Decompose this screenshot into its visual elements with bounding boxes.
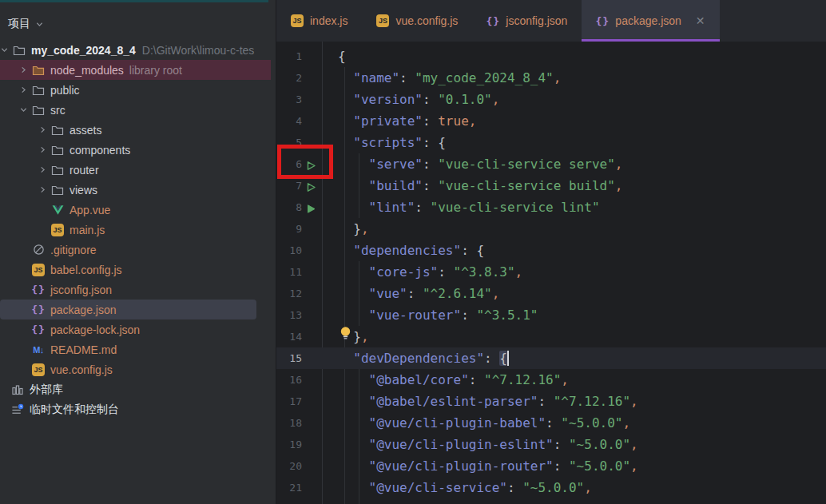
tree-item-suffix: D:\GitWork\limou-c-tes <box>142 44 255 57</box>
tab-package-json[interactable]: {}package.json✕ <box>582 0 719 42</box>
token: "vue-cli-service serve" <box>438 157 615 172</box>
chevron-expanded-icon[interactable] <box>0 46 13 54</box>
code-line[interactable]: 17 "@babel/eslint-parser": "^7.12.16", <box>276 391 826 412</box>
code-line[interactable]: 22 "eslint": "^7.32.0", <box>276 498 826 504</box>
token: : <box>538 394 553 409</box>
js-icon: JS <box>32 363 45 376</box>
tab-vue-config-js[interactable]: JSvue.config.js <box>362 0 472 42</box>
tree-item-label: 外部库 <box>30 383 63 397</box>
token: "^7.12.16" <box>554 394 630 409</box>
token: "my_code_2024_8_4" <box>415 70 553 85</box>
token: "@vue/cli-plugin-babel" <box>369 415 546 431</box>
code-line[interactable]: 7 "build": "vue-cli-service build", <box>276 175 826 196</box>
code-line[interactable]: 12 "vue": "^2.6.14", <box>276 283 826 304</box>
tree-item-package-json[interactable]: {}package.json <box>0 300 276 319</box>
chevron-collapsed-icon[interactable] <box>14 66 32 73</box>
token: "version" <box>353 92 423 107</box>
json-icon: {} <box>32 304 45 316</box>
token: , <box>554 70 562 85</box>
code-line[interactable]: 6 "serve": "vue-cli-service serve", <box>276 153 826 175</box>
code-line[interactable]: 10 "dependencies": { <box>276 240 826 261</box>
chevron-expanded-icon[interactable] <box>14 106 32 113</box>
code-line[interactable]: 1{ <box>276 46 826 67</box>
tree-item-public[interactable]: public <box>0 80 276 100</box>
tree-item-label: node_modules <box>50 64 124 77</box>
code-line[interactable]: 4 "private": true, <box>276 110 826 132</box>
token <box>338 178 369 193</box>
tab-label: jsconfig.json <box>506 14 567 27</box>
token: "~5.0.0" <box>569 437 630 452</box>
json-icon: {} <box>486 14 499 27</box>
token <box>338 70 353 85</box>
intention-bulb-icon[interactable] <box>340 326 351 344</box>
tree-item-views[interactable]: views <box>0 180 276 200</box>
line-number: 4 <box>281 110 302 132</box>
token: : <box>554 458 569 474</box>
code-line[interactable]: 20 "@vue/cli-plugin-router": "~5.0.0", <box>276 455 826 477</box>
tree-item-label: assets <box>69 124 101 137</box>
token: , <box>630 437 638 452</box>
tree-item-package-lock-json[interactable]: {}package-lock.json <box>0 319 276 339</box>
tab-index-js[interactable]: JSindex.js <box>276 0 362 42</box>
code-line[interactable]: 13 "vue-router": "^3.5.1" <box>276 304 826 326</box>
tree-item-临时文件和控制台[interactable]: 临时文件和控制台 <box>0 399 276 419</box>
chevron-collapsed-icon[interactable] <box>34 166 51 173</box>
run-gutter-icon[interactable] <box>306 202 316 212</box>
tree-item-babel-config-js[interactable]: JSbabel.config.js <box>0 260 276 280</box>
tab-label: vue.config.js <box>395 14 458 27</box>
code-text: "lint": "vue-cli-service lint" <box>338 196 600 218</box>
line-number: 14 <box>281 326 302 347</box>
token: "vue" <box>369 286 407 301</box>
code-line[interactable]: 8 "lint": "vue-cli-service lint" <box>276 196 826 218</box>
chevron-down-icon[interactable] <box>36 18 43 30</box>
tree-item-router[interactable]: router <box>0 160 276 180</box>
code-line[interactable]: 11 "core-js": "^3.8.3", <box>276 261 826 283</box>
code-line[interactable]: 9 }, <box>276 218 826 240</box>
tree-item-jsconfig-json[interactable]: {}jsconfig.json <box>0 280 276 300</box>
chevron-collapsed-icon[interactable] <box>34 146 51 153</box>
token: "lint" <box>369 200 415 215</box>
folder-icon <box>51 184 64 196</box>
tree-item-外部库[interactable]: 外部库 <box>0 379 276 399</box>
code-line[interactable]: 16 "@babel/core": "^7.12.16", <box>276 369 826 391</box>
code-line[interactable]: 14 }, <box>276 326 826 347</box>
code-line[interactable]: 3 "version": "0.1.0", <box>276 89 826 110</box>
tree-item-readme-md[interactable]: M↓README.md <box>0 339 276 359</box>
tree-item-node-modules[interactable]: node_moduleslibrary root <box>0 60 276 80</box>
code-text: "@vue/cli-service": "~5.0.0", <box>338 477 592 498</box>
token: : <box>438 264 453 280</box>
tree-item-main-js[interactable]: JSmain.js <box>0 220 276 240</box>
token: "~5.0.0" <box>569 458 630 474</box>
chevron-collapsed-icon[interactable] <box>34 186 51 193</box>
close-icon[interactable]: ✕ <box>696 15 705 26</box>
tree-item-label: public <box>50 84 80 97</box>
code-line[interactable]: 21 "@vue/cli-service": "~5.0.0", <box>276 477 826 498</box>
tree-item-label: vue.config.js <box>50 363 113 376</box>
tree-item-vue-config-js[interactable]: JSvue.config.js <box>0 359 276 379</box>
token: "scripts" <box>353 135 423 150</box>
code-line[interactable]: 18 "@vue/cli-plugin-babel": "~5.0.0", <box>276 412 826 434</box>
tree-item-components[interactable]: components <box>0 140 276 160</box>
chevron-collapsed-icon[interactable] <box>14 86 32 93</box>
code-editor[interactable]: 1{2 "name": "my_code_2024_8_4",3 "versio… <box>276 42 826 504</box>
token: : <box>507 480 522 495</box>
chevron-collapsed-icon[interactable] <box>34 126 51 133</box>
tree-item-assets[interactable]: assets <box>0 120 276 140</box>
token: : { <box>423 135 446 150</box>
tree-item-my-code-2024-8-4[interactable]: my_code_2024_8_4D:\GitWork\limou-c-tes <box>0 40 276 60</box>
token: : <box>423 113 438 129</box>
token: "core-js" <box>369 264 439 280</box>
tree-item-gitignore[interactable]: .gitignore <box>0 240 276 260</box>
code-line[interactable]: 2 "name": "my_code_2024_8_4", <box>276 67 826 89</box>
token: "@vue/cli-plugin-router" <box>369 458 554 474</box>
tab-jsconfig-json[interactable]: {}jsconfig.json <box>472 0 582 42</box>
tab-label: index.js <box>310 14 347 27</box>
code-line[interactable]: 15 "devDependencies": { <box>276 347 826 369</box>
run-gutter-icon[interactable] <box>306 181 316 191</box>
tree-item-app-vue[interactable]: App.vue <box>0 200 276 220</box>
tree-item-src[interactable]: src <box>0 100 276 120</box>
token: : <box>423 92 438 107</box>
code-line[interactable]: 5 "scripts": { <box>276 132 826 153</box>
code-line[interactable]: 19 "@vue/cli-plugin-eslint": "~5.0.0", <box>276 434 826 455</box>
project-panel-header[interactable]: 项目 <box>0 12 276 36</box>
